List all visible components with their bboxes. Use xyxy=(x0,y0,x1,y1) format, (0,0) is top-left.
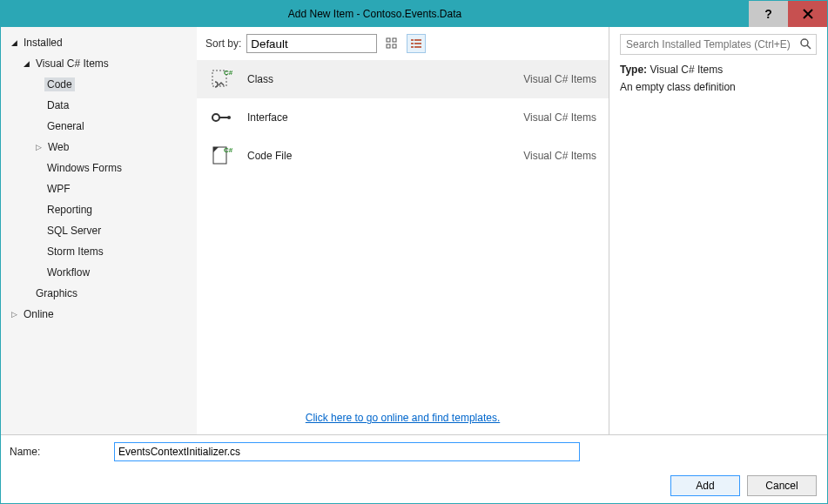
template-panel: Sort by: C# Class Visual C# Items I xyxy=(197,27,609,434)
tree-sql[interactable]: SQL Server xyxy=(1,220,197,241)
codefile-icon: C# xyxy=(209,144,233,168)
template-name: Interface xyxy=(247,111,509,124)
tree-wpf[interactable]: WPF xyxy=(1,178,197,199)
details-description: An empty class definition xyxy=(620,81,817,93)
svg-rect-3 xyxy=(393,44,396,48)
main-content: ◢Installed ◢Visual C# Items Code Data Ge… xyxy=(1,27,827,434)
search-input[interactable] xyxy=(620,34,817,55)
template-interface[interactable]: Interface Visual C# Items xyxy=(197,98,609,137)
cancel-button[interactable]: Cancel xyxy=(747,475,817,496)
details-panel: Type: Visual C# Items An empty class def… xyxy=(609,27,827,434)
sort-label: Sort by: xyxy=(205,37,241,50)
close-button[interactable] xyxy=(788,1,827,27)
tree-code[interactable]: Code xyxy=(1,74,197,95)
svg-rect-6 xyxy=(411,43,414,44)
svg-rect-4 xyxy=(411,39,414,41)
titlebar: Add New Item - Contoso.Events.Data ? xyxy=(1,1,827,27)
button-bar: Add Cancel xyxy=(1,468,827,503)
svg-rect-8 xyxy=(411,46,414,48)
tree-installed[interactable]: ◢Installed xyxy=(1,32,197,53)
tree-csharp-items[interactable]: ◢Visual C# Items xyxy=(1,53,197,74)
svg-rect-1 xyxy=(393,38,396,42)
interface-icon xyxy=(209,105,233,130)
category-tree: ◢Installed ◢Visual C# Items Code Data Ge… xyxy=(1,27,197,434)
svg-text:C#: C# xyxy=(224,146,232,154)
svg-rect-9 xyxy=(414,46,421,48)
svg-text:C#: C# xyxy=(224,69,232,77)
name-label: Name: xyxy=(10,446,105,458)
tree-graphics[interactable]: Graphics xyxy=(1,283,197,304)
svg-rect-0 xyxy=(387,38,390,42)
template-class[interactable]: C# Class Visual C# Items xyxy=(197,60,609,98)
svg-rect-2 xyxy=(387,44,390,48)
template-name: Class xyxy=(247,73,509,85)
view-list-icons[interactable] xyxy=(407,34,426,53)
type-label: Type: xyxy=(620,64,647,76)
template-codefile[interactable]: C# Code File Visual C# Items xyxy=(197,137,609,175)
svg-rect-5 xyxy=(414,39,421,41)
tree-winforms[interactable]: Windows Forms xyxy=(1,158,197,178)
svg-point-18 xyxy=(801,39,808,46)
svg-rect-7 xyxy=(414,43,421,44)
toolbar: Sort by: xyxy=(197,27,609,60)
online-templates-link-row: Click here to go online and find templat… xyxy=(197,401,609,434)
view-small-icons[interactable] xyxy=(382,34,401,53)
tree-storm[interactable]: Storm Items xyxy=(1,241,197,262)
svg-line-19 xyxy=(807,45,811,49)
window-title: Add New Item - Contoso.Events.Data xyxy=(1,8,749,20)
template-category: Visual C# Items xyxy=(523,73,596,85)
template-list: C# Class Visual C# Items Interface Visua… xyxy=(197,60,609,401)
tree-web[interactable]: ▷Web xyxy=(1,137,197,158)
details-type: Type: Visual C# Items xyxy=(620,64,817,76)
search-wrap xyxy=(620,34,817,55)
add-button[interactable]: Add xyxy=(670,475,740,496)
tree-workflow[interactable]: Workflow xyxy=(1,262,197,283)
tree-reporting[interactable]: Reporting xyxy=(1,199,197,220)
class-icon: C# xyxy=(209,67,233,91)
tree-data[interactable]: Data xyxy=(1,95,197,116)
svg-point-12 xyxy=(212,114,219,121)
name-bar: Name: xyxy=(1,434,827,468)
template-category: Visual C# Items xyxy=(523,150,596,162)
help-button[interactable]: ? xyxy=(749,1,788,27)
type-value: Visual C# Items xyxy=(650,64,723,76)
tree-online[interactable]: ▷Online xyxy=(1,304,197,325)
online-templates-link[interactable]: Click here to go online and find templat… xyxy=(306,412,500,424)
name-input[interactable] xyxy=(114,442,580,461)
sort-dropdown[interactable] xyxy=(246,34,377,53)
search-icon[interactable] xyxy=(799,37,811,50)
window-controls: ? xyxy=(749,1,827,27)
tree-general[interactable]: General xyxy=(1,116,197,137)
svg-point-14 xyxy=(227,116,231,119)
template-name: Code File xyxy=(247,150,509,162)
template-category: Visual C# Items xyxy=(523,111,596,124)
